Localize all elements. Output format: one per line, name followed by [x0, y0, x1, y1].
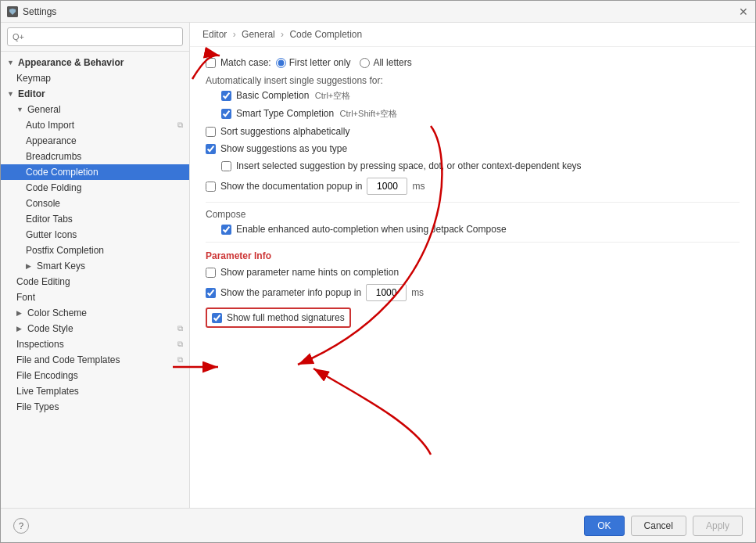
ok-button[interactable]: OK — [584, 516, 624, 536]
apply-button[interactable]: Apply — [693, 516, 743, 536]
show-suggestions-checkbox[interactable] — [206, 144, 216, 154]
window-title: Settings — [23, 6, 56, 17]
insert-selected-label: Insert selected suggestion by pressing s… — [236, 160, 582, 171]
sidebar-item-font[interactable]: Font — [1, 289, 189, 305]
sidebar-item-keymap[interactable]: Keymap — [1, 70, 189, 86]
show-param-popup-checkbox[interactable] — [206, 288, 216, 298]
sort-alpha-label: Sort suggestions alphabetically — [220, 126, 349, 137]
param-popup-unit: ms — [411, 287, 424, 298]
smart-type-row: Smart Type Completion Ctrl+Shift+空格 — [221, 107, 740, 120]
close-button[interactable]: ✕ — [738, 6, 749, 17]
first-letter-radio[interactable] — [276, 58, 286, 68]
sidebar-item-postfix-completion[interactable]: Postfix Completion — [1, 243, 189, 258]
doc-popup-unit: ms — [412, 181, 425, 192]
enable-compose-checkbox[interactable] — [221, 225, 231, 235]
sidebar-item-inspections[interactable]: Inspections ⧉ — [1, 336, 189, 352]
breadcrumb: Editor › General › Code Completion — [190, 23, 755, 47]
first-letter-option: First letter only — [276, 57, 351, 68]
letter-options: First letter only All letters — [276, 57, 412, 68]
search-input[interactable] — [7, 27, 183, 46]
copy-icon: ⧉ — [177, 355, 183, 365]
sidebar-item-appearance-behavior[interactable]: ▼ Appearance & Behavior — [1, 55, 189, 70]
sidebar-item-file-types[interactable]: File Types — [1, 399, 189, 415]
settings-panel: Match case: First letter only All letter… — [190, 47, 755, 508]
expand-icon: ▶ — [16, 309, 24, 317]
show-doc-label: Show the documentation popup in — [220, 181, 362, 192]
basic-completion-row: Basic Completion Ctrl+空格 — [221, 89, 740, 102]
all-letters-radio[interactable] — [360, 58, 370, 68]
show-full-signatures-label: Show full method signatures — [227, 312, 345, 323]
sidebar-item-editor-tabs[interactable]: Editor Tabs — [1, 211, 189, 227]
match-case-checkbox[interactable] — [206, 58, 216, 68]
compose-title: Compose — [206, 209, 740, 220]
match-case-label: Match case: — [220, 57, 271, 68]
separator-2 — [206, 242, 740, 243]
help-button[interactable]: ? — [13, 518, 29, 534]
sidebar-item-live-templates[interactable]: Live Templates — [1, 383, 189, 399]
expand-icon: ▼ — [7, 59, 15, 67]
expand-icon: ▼ — [16, 106, 24, 113]
show-suggestions-row: Show suggestions as you type — [206, 142, 740, 155]
sidebar: ▼ Appearance & Behavior Keymap ▼ Editor … — [1, 23, 190, 508]
sidebar-item-color-scheme[interactable]: ▶ Color Scheme — [1, 305, 189, 321]
sidebar-item-general[interactable]: ▼ General — [1, 102, 189, 117]
smart-type-checkbox[interactable] — [221, 109, 231, 119]
sidebar-item-code-completion[interactable]: Code Completion — [1, 164, 189, 180]
show-param-popup-label: Show the parameter info popup in — [220, 287, 361, 298]
footer-right: OK Cancel Apply — [584, 516, 743, 536]
sidebar-item-code-style[interactable]: ▶ Code Style ⧉ — [1, 321, 189, 336]
show-suggestions-label: Show suggestions as you type — [220, 143, 347, 154]
app-icon — [7, 6, 18, 17]
param-popup-ms-input[interactable] — [366, 284, 407, 301]
doc-popup-ms-input[interactable] — [367, 178, 407, 195]
show-doc-checkbox[interactable] — [206, 182, 216, 192]
expand-icon: ▼ — [7, 90, 15, 98]
sidebar-item-appearance[interactable]: Appearance — [1, 133, 189, 149]
show-param-hints-label: Show parameter name hints on completion — [220, 267, 399, 278]
content-area: Editor › General › Code Completion Match… — [190, 23, 755, 508]
sidebar-item-file-encodings[interactable]: File Encodings — [1, 368, 189, 383]
sidebar-item-auto-import[interactable]: Auto Import ⧉ — [1, 117, 189, 133]
sidebar-item-editor[interactable]: ▼ Editor — [1, 86, 189, 102]
copy-icon: ⧉ — [177, 324, 183, 333]
insert-selected-checkbox[interactable] — [221, 161, 231, 171]
show-doc-popup-row: Show the documentation popup in ms — [206, 177, 740, 196]
settings-tree: ▼ Appearance & Behavior Keymap ▼ Editor … — [1, 52, 189, 508]
param-info-title: Parameter Info — [206, 250, 740, 261]
copy-icon: ⧉ — [177, 120, 183, 130]
all-letters-option: All letters — [360, 57, 411, 68]
copy-icon: ⧉ — [177, 340, 183, 349]
first-letter-label: First letter only — [289, 57, 351, 68]
search-box — [1, 23, 189, 52]
auto-insert-title: Automatically insert single suggestions … — [206, 75, 740, 86]
show-full-signatures-row: Show full method signatures — [206, 307, 740, 329]
match-case-row: Match case: First letter only All letter… — [206, 56, 740, 69]
all-letters-label: All letters — [373, 57, 411, 68]
footer: ? OK Cancel Apply — [1, 508, 755, 542]
cancel-button[interactable]: Cancel — [631, 516, 686, 536]
show-param-popup-row: Show the parameter info popup in ms — [206, 283, 740, 302]
footer-left: ? — [13, 518, 29, 534]
sort-alpha-row: Sort suggestions alphabetically — [206, 125, 740, 138]
sidebar-item-code-editing[interactable]: Code Editing — [1, 274, 189, 289]
show-param-hints-checkbox[interactable] — [206, 268, 216, 278]
sidebar-item-smart-keys[interactable]: ▶ Smart Keys — [1, 258, 189, 274]
insert-selected-row: Insert selected suggestion by pressing s… — [221, 160, 740, 172]
separator-1 — [206, 202, 740, 203]
basic-completion-checkbox[interactable] — [221, 91, 231, 101]
basic-completion-label: Basic Completion Ctrl+空格 — [236, 90, 350, 102]
expand-icon: ▶ — [16, 325, 24, 333]
sidebar-item-console[interactable]: Console — [1, 196, 189, 211]
show-full-signatures-checkbox[interactable] — [212, 313, 222, 323]
sidebar-item-file-code-templates[interactable]: File and Code Templates ⧉ — [1, 352, 189, 368]
sidebar-item-code-folding[interactable]: Code Folding — [1, 180, 189, 196]
smart-type-label: Smart Type Completion Ctrl+Shift+空格 — [236, 108, 397, 120]
enable-compose-row: Enable enhanced auto-completion when usi… — [221, 223, 740, 236]
enable-compose-label: Enable enhanced auto-completion when usi… — [236, 224, 507, 235]
expand-icon: ▶ — [26, 262, 34, 270]
sidebar-item-gutter-icons[interactable]: Gutter Icons — [1, 227, 189, 243]
show-param-hints-row: Show parameter name hints on completion — [206, 266, 740, 279]
sidebar-item-breadcrumbs[interactable]: Breadcrumbs — [1, 149, 189, 164]
full-signatures-box: Show full method signatures — [206, 307, 351, 328]
sort-alpha-checkbox[interactable] — [206, 127, 216, 137]
